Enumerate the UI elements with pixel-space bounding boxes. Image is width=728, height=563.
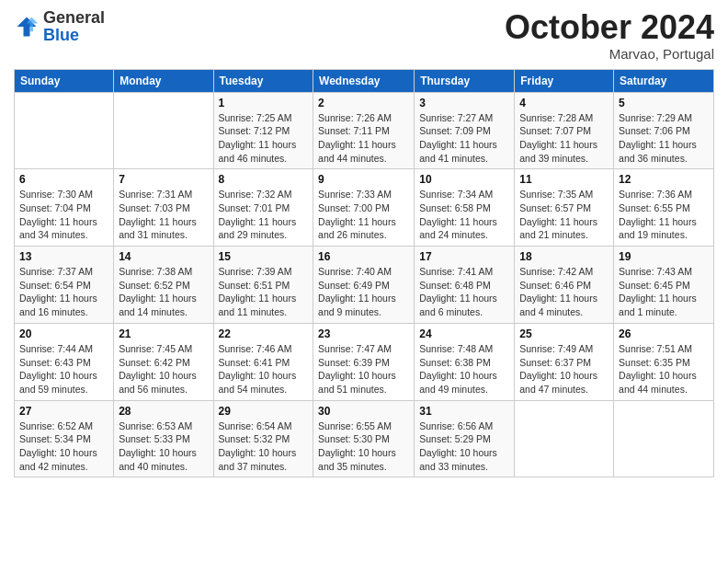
calendar-cell: 25Sunrise: 7:49 AMSunset: 6:37 PMDayligh… [515, 323, 614, 400]
day-number: 25 [519, 327, 609, 340]
calendar-cell: 17Sunrise: 7:41 AMSunset: 6:48 PMDayligh… [415, 247, 515, 324]
day-number: 7 [119, 173, 208, 186]
header-sunday: Sunday [15, 69, 114, 92]
day-number: 23 [318, 327, 409, 340]
day-info: Sunrise: 7:49 AMSunset: 6:37 PMDaylight:… [519, 342, 609, 396]
calendar-cell: 2Sunrise: 7:26 AMSunset: 7:11 PMDaylight… [313, 92, 415, 169]
calendar-cell: 19Sunrise: 7:43 AMSunset: 6:45 PMDayligh… [614, 247, 714, 324]
day-info: Sunrise: 7:47 AMSunset: 6:39 PMDaylight:… [318, 342, 409, 396]
calendar-cell: 30Sunrise: 6:55 AMSunset: 5:30 PMDayligh… [313, 400, 415, 477]
header-saturday: Saturday [614, 69, 714, 92]
calendar-week-row: 1Sunrise: 7:25 AMSunset: 7:12 PMDaylight… [15, 92, 714, 169]
calendar-cell: 29Sunrise: 6:54 AMSunset: 5:32 PMDayligh… [213, 400, 313, 477]
day-number: 8 [219, 173, 309, 186]
day-number: 21 [119, 327, 208, 340]
logo-text: General Blue [43, 9, 105, 44]
day-number: 12 [619, 173, 709, 186]
calendar-cell: 3Sunrise: 7:27 AMSunset: 7:09 PMDaylight… [415, 92, 515, 169]
day-number: 3 [419, 97, 509, 109]
location-subtitle: Marvao, Portugal [505, 46, 714, 62]
day-info: Sunrise: 6:56 AMSunset: 5:29 PMDaylight:… [419, 419, 509, 474]
calendar-cell: 1Sunrise: 7:25 AMSunset: 7:12 PMDaylight… [213, 92, 313, 169]
calendar-cell: 23Sunrise: 7:47 AMSunset: 6:39 PMDayligh… [313, 323, 415, 400]
day-number: 26 [619, 327, 709, 340]
header-monday: Monday [114, 69, 213, 92]
calendar-cell: 7Sunrise: 7:31 AMSunset: 7:03 PMDaylight… [114, 169, 213, 247]
calendar-cell: 20Sunrise: 7:44 AMSunset: 6:43 PMDayligh… [15, 323, 114, 400]
day-number: 5 [619, 97, 709, 109]
calendar-cell: 8Sunrise: 7:32 AMSunset: 7:01 PMDaylight… [213, 169, 313, 247]
calendar-cell [515, 400, 614, 477]
day-info: Sunrise: 7:32 AMSunset: 7:01 PMDaylight:… [219, 188, 309, 242]
day-number: 24 [419, 327, 509, 340]
day-info: Sunrise: 6:52 AMSunset: 5:34 PMDaylight:… [19, 419, 108, 474]
calendar-page: General Blue October 2024 Marvao, Portug… [0, 0, 728, 563]
calendar-cell: 22Sunrise: 7:46 AMSunset: 6:41 PMDayligh… [213, 323, 313, 400]
calendar-cell: 4Sunrise: 7:28 AMSunset: 7:07 PMDaylight… [515, 92, 614, 169]
calendar-cell: 31Sunrise: 6:56 AMSunset: 5:29 PMDayligh… [415, 400, 515, 477]
day-info: Sunrise: 6:53 AMSunset: 5:33 PMDaylight:… [119, 419, 208, 474]
calendar-cell: 26Sunrise: 7:51 AMSunset: 6:35 PMDayligh… [614, 323, 714, 400]
day-info: Sunrise: 7:43 AMSunset: 6:45 PMDaylight:… [619, 265, 709, 319]
day-number: 28 [119, 405, 208, 418]
header: General Blue October 2024 Marvao, Portug… [14, 9, 714, 62]
day-number: 14 [119, 250, 208, 263]
day-info: Sunrise: 7:36 AMSunset: 6:55 PMDaylight:… [619, 188, 709, 242]
day-number: 6 [19, 173, 108, 186]
calendar-cell: 13Sunrise: 7:37 AMSunset: 6:54 PMDayligh… [15, 247, 114, 324]
day-info: Sunrise: 7:44 AMSunset: 6:43 PMDaylight:… [19, 342, 108, 396]
header-friday: Friday [515, 69, 614, 92]
day-number: 16 [318, 250, 409, 263]
day-info: Sunrise: 6:55 AMSunset: 5:30 PMDaylight:… [318, 419, 409, 474]
calendar-cell: 6Sunrise: 7:30 AMSunset: 7:04 PMDaylight… [15, 169, 114, 247]
calendar-cell [614, 400, 714, 477]
day-info: Sunrise: 7:37 AMSunset: 6:54 PMDaylight:… [19, 265, 108, 319]
day-info: Sunrise: 7:28 AMSunset: 7:07 PMDaylight:… [519, 111, 609, 166]
calendar-cell: 27Sunrise: 6:52 AMSunset: 5:34 PMDayligh… [15, 400, 114, 477]
day-number: 9 [318, 173, 409, 186]
day-number: 2 [318, 97, 409, 109]
day-info: Sunrise: 7:26 AMSunset: 7:11 PMDaylight:… [318, 111, 409, 166]
day-number: 29 [219, 405, 309, 418]
calendar-week-row: 13Sunrise: 7:37 AMSunset: 6:54 PMDayligh… [15, 247, 714, 324]
day-info: Sunrise: 7:34 AMSunset: 6:58 PMDaylight:… [419, 188, 509, 242]
logo: General Blue [14, 9, 105, 44]
calendar-cell: 10Sunrise: 7:34 AMSunset: 6:58 PMDayligh… [415, 169, 515, 247]
day-info: Sunrise: 7:41 AMSunset: 6:48 PMDaylight:… [419, 265, 509, 319]
day-info: Sunrise: 7:30 AMSunset: 7:04 PMDaylight:… [19, 188, 108, 242]
day-number: 17 [419, 250, 509, 263]
calendar-cell: 18Sunrise: 7:42 AMSunset: 6:46 PMDayligh… [515, 247, 614, 324]
day-info: Sunrise: 7:35 AMSunset: 6:57 PMDaylight:… [519, 188, 609, 242]
calendar-cell: 14Sunrise: 7:38 AMSunset: 6:52 PMDayligh… [114, 247, 213, 324]
title-block: October 2024 Marvao, Portugal [505, 9, 714, 62]
logo-icon [14, 14, 40, 40]
day-number: 10 [419, 173, 509, 186]
day-number: 19 [619, 250, 709, 263]
day-info: Sunrise: 6:54 AMSunset: 5:32 PMDaylight:… [219, 419, 309, 474]
day-info: Sunrise: 7:31 AMSunset: 7:03 PMDaylight:… [119, 188, 208, 242]
weekday-header-row: Sunday Monday Tuesday Wednesday Thursday… [15, 69, 714, 92]
day-number: 13 [19, 250, 108, 263]
calendar-week-row: 20Sunrise: 7:44 AMSunset: 6:43 PMDayligh… [15, 323, 714, 400]
calendar-cell: 28Sunrise: 6:53 AMSunset: 5:33 PMDayligh… [114, 400, 213, 477]
calendar-cell: 12Sunrise: 7:36 AMSunset: 6:55 PMDayligh… [614, 169, 714, 247]
day-info: Sunrise: 7:25 AMSunset: 7:12 PMDaylight:… [219, 111, 309, 166]
calendar-cell: 24Sunrise: 7:48 AMSunset: 6:38 PMDayligh… [415, 323, 515, 400]
day-number: 4 [519, 97, 609, 109]
calendar-cell: 11Sunrise: 7:35 AMSunset: 6:57 PMDayligh… [515, 169, 614, 247]
day-info: Sunrise: 7:38 AMSunset: 6:52 PMDaylight:… [119, 265, 208, 319]
month-title: October 2024 [505, 9, 714, 46]
day-info: Sunrise: 7:27 AMSunset: 7:09 PMDaylight:… [419, 111, 509, 166]
calendar-cell: 5Sunrise: 7:29 AMSunset: 7:06 PMDaylight… [614, 92, 714, 169]
day-number: 30 [318, 405, 409, 418]
calendar-week-row: 27Sunrise: 6:52 AMSunset: 5:34 PMDayligh… [15, 400, 714, 477]
day-info: Sunrise: 7:29 AMSunset: 7:06 PMDaylight:… [619, 111, 709, 166]
calendar-cell [114, 92, 213, 169]
calendar-table: Sunday Monday Tuesday Wednesday Thursday… [14, 69, 714, 478]
day-info: Sunrise: 7:48 AMSunset: 6:38 PMDaylight:… [419, 342, 509, 396]
day-info: Sunrise: 7:46 AMSunset: 6:41 PMDaylight:… [219, 342, 309, 396]
day-number: 18 [519, 250, 609, 263]
header-wednesday: Wednesday [313, 69, 415, 92]
day-number: 15 [219, 250, 309, 263]
day-info: Sunrise: 7:33 AMSunset: 7:00 PMDaylight:… [318, 188, 409, 242]
